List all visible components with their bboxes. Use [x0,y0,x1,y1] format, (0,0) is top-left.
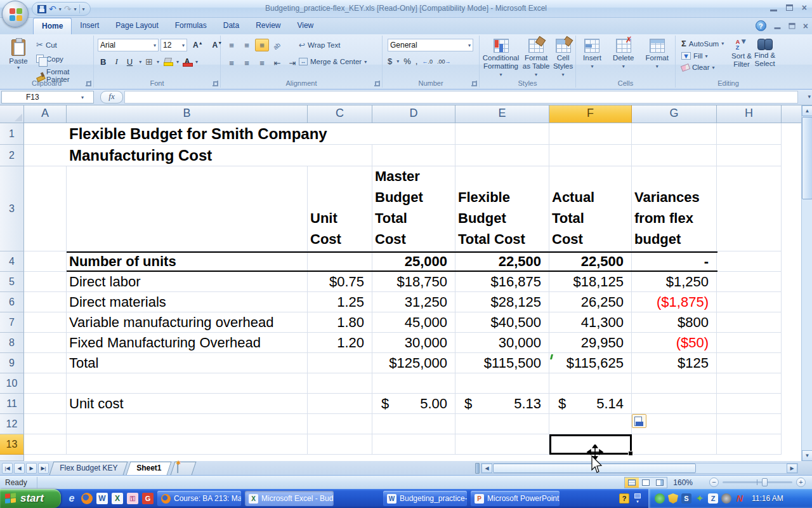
tab-insert[interactable]: Insert [72,18,107,34]
borders-dropdown-icon[interactable]: ▾ [157,59,159,65]
last-sheet-icon[interactable]: ▶| [38,463,49,474]
tray-messenger-icon[interactable] [655,493,665,504]
close-button[interactable]: × [802,4,807,11]
align-right-button[interactable]: ≡ [255,57,269,69]
hidden-icons-toggle[interactable]: ▾ [634,493,641,504]
row-header-13-selected[interactable]: 13 [0,434,24,455]
office-button[interactable] [2,1,29,27]
column-header-a[interactable]: A [24,105,67,123]
bold-button[interactable]: B [98,57,108,67]
column-header-c[interactable]: C [308,105,372,123]
tab-split-handle[interactable] [475,463,480,474]
bottom-align-button[interactable]: ≡ [255,39,269,51]
insert-function-button[interactable]: fx [100,91,123,104]
row-label[interactable]: Total [67,353,308,373]
row-header-8[interactable]: 8 [0,333,24,353]
clear-button[interactable]: Clear▾ [679,63,726,72]
row-label[interactable]: Direct materials [67,292,308,312]
tray-n-icon[interactable]: N [735,493,745,504]
conditional-formatting-button[interactable]: Conditional Formatting ▾ [483,37,520,79]
start-button[interactable]: start [0,489,61,508]
internet-explorer-icon[interactable]: e [66,493,77,504]
sheet-title-cell[interactable]: Flexible Budget for Smith Company [67,123,308,145]
number-dialog-launcher-icon[interactable] [471,81,477,86]
copy-button[interactable]: Copy [34,54,93,64]
format-cells-button[interactable]: Format ▾ [645,37,668,70]
row-header-12[interactable]: 12 [0,414,24,434]
alignment-dialog-launcher-icon[interactable] [374,81,380,86]
column-header-d[interactable]: D [372,105,455,123]
borders-icon[interactable]: ⊞ [145,57,153,67]
align-center-button[interactable]: ≡ [240,57,254,69]
font-name-combo[interactable]: Arial▾ [98,39,159,51]
tab-home[interactable]: Home [33,18,72,34]
page-break-view-button[interactable] [653,478,667,488]
sheet-tab-flex-budget-key[interactable]: Flex Budget KEY [49,462,128,475]
name-box[interactable]: F13 [1,91,94,104]
scroll-down-icon[interactable]: ▼ [802,450,812,461]
row-header-9[interactable]: 9 [0,353,24,373]
header-variances[interactable]: Variances from flex budget [632,166,717,251]
expand-formula-bar-icon[interactable]: ▾ [808,93,811,100]
percent-style-button[interactable]: % [403,57,411,66]
restore-button[interactable] [786,4,793,11]
tray-question-icon[interactable]: ? [619,493,629,504]
first-sheet-icon[interactable]: |◀ [2,463,13,474]
vertical-scrollbar[interactable]: ▲ ▼ [801,105,812,461]
tray-shield-icon[interactable] [668,493,678,504]
row-header-2[interactable]: 2 [0,145,24,166]
cell-styles-button[interactable]: Cell Styles ▾ [553,37,573,79]
row-header-4[interactable]: 4 [0,251,24,272]
paste-options-smart-tag[interactable] [632,414,646,428]
workbook-restore-button[interactable] [789,23,795,29]
underline-dropdown-icon[interactable]: ▾ [139,59,141,65]
row-label[interactable]: Number of units [67,251,308,272]
sheet-tab-sheet1-active[interactable]: Sheet1 [126,462,172,475]
column-header-f-selected[interactable]: F [549,105,632,123]
merge-center-button[interactable]: ↔Merge & Center▾ [297,57,369,66]
scroll-up-icon[interactable]: ▲ [802,105,812,116]
fill-color-icon[interactable] [163,57,173,66]
insert-cells-button[interactable]: Insert ▾ [583,37,601,70]
column-header-e[interactable]: E [455,105,549,123]
zoom-slider-track[interactable] [723,481,792,483]
task-excel-active[interactable]: X Microsoft Excel - Bud... [245,491,334,506]
workbook-minimize-button[interactable] [774,27,780,29]
row-header-6[interactable]: 6 [0,292,24,312]
formula-input[interactable] [124,91,798,104]
fill-button[interactable]: ▼Fill▾ [679,51,726,60]
firefox-icon[interactable] [81,493,93,504]
font-color-icon[interactable]: A [183,57,192,67]
font-dialog-launcher-icon[interactable] [213,81,218,86]
tray-star-icon[interactable]: ✦ [695,493,705,504]
italic-button[interactable]: I [112,56,120,67]
middle-align-button[interactable]: ≡ [240,39,254,51]
font-color-dropdown-icon[interactable]: ▾ [195,59,198,65]
find-select-button[interactable]: Find & Select [754,37,775,69]
number-format-combo[interactable]: General▾ [388,39,473,51]
decrease-decimal-button[interactable]: .00→ [437,58,451,65]
header-actual-total[interactable]: Actual Total Cost [549,166,632,251]
paste-dropdown-icon[interactable]: ▾ [5,65,32,70]
clipboard-dialog-launcher-icon[interactable] [86,81,91,86]
workbook-close-button[interactable]: × [803,22,808,30]
tab-view[interactable]: View [289,18,322,34]
scroll-right-icon[interactable]: ▶ [787,464,797,473]
tab-formulas[interactable]: Formulas [167,18,215,34]
cut-button[interactable]: ✂Cut [34,39,93,50]
top-align-button[interactable]: ≡ [225,39,239,51]
column-header-b[interactable]: B [67,105,308,123]
increase-decimal-button[interactable]: ←.0 [422,58,433,65]
tray-z-icon[interactable]: Z [708,493,718,504]
page-layout-view-button[interactable] [639,478,653,488]
negative-variance-cell[interactable]: ($1,875) [632,292,717,312]
task-firefox[interactable]: Course: BA 213: Man... [157,491,241,506]
horizontal-scrollbar[interactable]: ◀ ▶ [481,463,798,474]
underline-button[interactable]: U [124,57,135,67]
column-header-h[interactable]: H [717,105,782,123]
groupwise-icon[interactable]: G [142,493,154,504]
row-label[interactable]: Unit cost [67,394,308,414]
taskbar-clock[interactable]: 11:16 AM [752,494,783,503]
header-flexible-budget[interactable]: Flexible Budget Total Cost [455,166,549,251]
zoom-in-icon[interactable]: + [796,478,806,487]
